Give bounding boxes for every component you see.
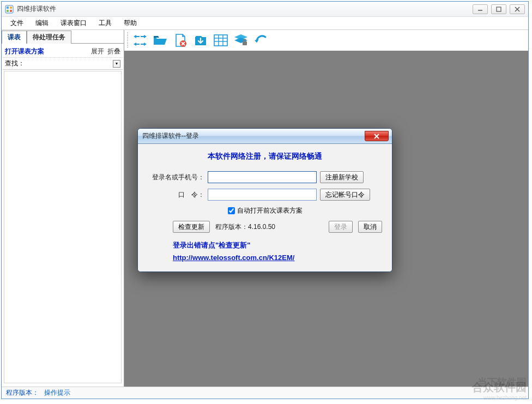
toolbar-separator [127,32,128,49]
svg-rect-3 [7,10,9,12]
app-icon [5,5,14,14]
download-icon[interactable] [191,31,210,50]
password-input[interactable] [208,189,317,201]
dialog-titlebar: 四维排课软件--登录 [138,129,392,144]
undo-icon[interactable] [251,31,271,50]
cancel-button[interactable]: 取消 [358,221,382,233]
svg-rect-4 [10,10,12,12]
dialog-close-button[interactable] [365,131,389,141]
statusbar: 程序版本： 操作提示 [2,387,528,399]
svg-rect-12 [214,35,227,46]
dialog-title: 四维排课软件--登录 [141,131,365,141]
open-folder-icon[interactable] [150,31,170,50]
login-dialog: 四维排课软件--登录 本软件网络注册，请保证网络畅通 登录名或手机号： 注册新学… [137,128,392,272]
close-button[interactable] [510,4,525,14]
expand-link[interactable]: 展开 [91,47,104,56]
sidebar: 课表 待处理任务 打开课表方案 展开 折叠 查找： ▾ [2,30,124,387]
layers-lock-icon[interactable] [231,31,251,50]
maximize-button[interactable] [491,4,506,14]
login-name-input[interactable] [208,171,317,183]
tab-schedule[interactable]: 课表 [2,31,27,44]
menubar: 文件 编辑 课表窗口 工具 帮助 [2,17,528,30]
auto-open-checkbox[interactable] [228,207,235,214]
auto-open-label: 自动打开前次课表方案 [237,206,303,215]
dialog-version-text: 程序版本：4.16.0.50 [215,222,323,232]
minimize-button[interactable] [473,4,488,14]
menu-schedule-window[interactable]: 课表窗口 [55,17,92,29]
titlebar: 四维排课软件 [2,2,528,17]
dialog-heading: 本软件网络注册，请保证网络畅通 [148,152,382,161]
collapse-link[interactable]: 折叠 [107,47,120,56]
menu-edit[interactable]: 编辑 [30,17,54,29]
password-label: 口 令： [148,190,204,200]
open-schedule-plan-link[interactable]: 打开课表方案 [5,47,44,56]
menu-tools[interactable]: 工具 [93,17,117,29]
login-button[interactable]: 登录 [329,221,353,233]
login-name-label: 登录名或手机号： [148,173,204,182]
search-dropdown-icon[interactable]: ▾ [113,60,120,68]
menu-file[interactable]: 文件 [5,17,29,29]
status-version-label: 程序版本： [6,388,39,397]
svg-rect-1 [7,7,9,9]
status-hint-link[interactable]: 操作提示 [44,388,70,397]
schedule-tree[interactable] [4,71,122,383]
svg-rect-6 [497,7,501,11]
vendor-url-link[interactable]: http://www.telossoft.com.cn/K12EM/ [173,254,294,262]
delete-file-icon[interactable] [171,31,190,50]
check-update-button[interactable]: 检查更新 [173,221,210,233]
table-grid-icon[interactable] [211,31,231,50]
search-input[interactable] [27,59,111,68]
svg-rect-2 [10,7,12,9]
toolbar [124,30,528,51]
menu-help[interactable]: 帮助 [118,17,142,29]
nav-arrows-icon[interactable] [130,31,150,50]
svg-rect-17 [243,41,247,45]
login-error-hint: 登录出错请点"检查更新" [148,240,382,250]
search-label: 查找： [5,59,25,68]
forgot-password-button[interactable]: 忘记帐号口令 [320,189,370,201]
window-title: 四维排课软件 [17,4,473,14]
register-school-button[interactable]: 注册新学校 [320,171,364,183]
tab-pending-tasks[interactable]: 待处理任务 [27,31,71,44]
